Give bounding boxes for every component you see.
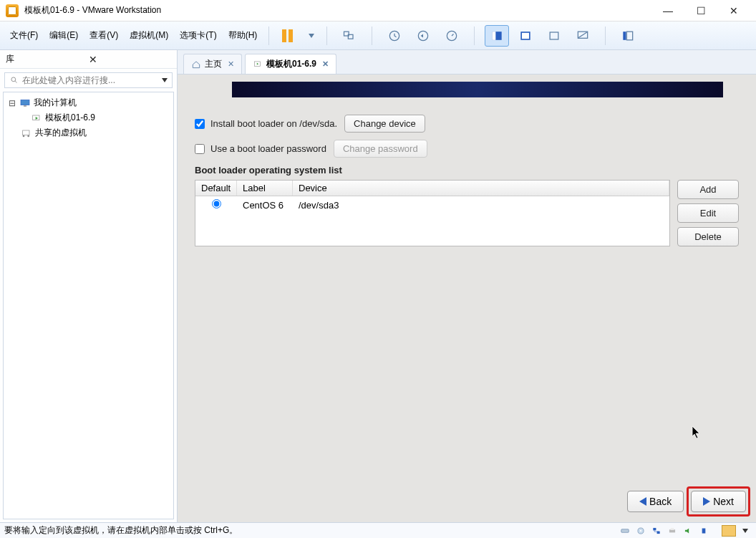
unity-icon — [547, 29, 561, 43]
col-header-label[interactable]: Label — [237, 181, 293, 196]
svg-rect-6 — [493, 32, 496, 40]
power-dropdown[interactable] — [304, 25, 316, 47]
search-input-wrap[interactable] — [4, 72, 173, 88]
fullscreen-button[interactable] — [513, 25, 538, 47]
menu-tabs[interactable]: 选项卡(T) — [174, 26, 222, 45]
back-button[interactable]: Back — [627, 491, 684, 512]
window-title: 模板机01-6.9 - VMware Workstation — [24, 4, 651, 16]
search-combo-arrow-icon[interactable] — [162, 78, 168, 82]
tree-root-label: 我的计算机 — [34, 97, 77, 109]
add-button[interactable]: Add — [677, 180, 739, 199]
minimize-button[interactable]: — — [651, 1, 684, 21]
default-os-radio[interactable] — [212, 199, 221, 208]
statusbar: 要将输入定向到该虚拟机，请在虚拟机内部单击或按 Ctrl+G。 — [0, 522, 756, 538]
vm-console[interactable]: Install boot loader on /dev/sda. Change … — [178, 75, 756, 522]
manage-snapshots-button[interactable] — [440, 25, 464, 47]
edit-button[interactable]: Edit — [677, 203, 739, 223]
svg-rect-16 — [21, 100, 29, 105]
os-list-section-label: Boot loader operating system list — [195, 165, 739, 176]
menu-edit[interactable]: 编辑(E) — [44, 26, 84, 45]
change-password-button: Change password — [334, 140, 427, 158]
next-label: Next — [713, 496, 734, 507]
col-header-default[interactable]: Default — [195, 181, 237, 196]
sidebar-close-button[interactable]: ✕ — [89, 54, 172, 65]
search-icon — [9, 75, 19, 85]
menu-vm[interactable]: 虚拟机(M) — [124, 26, 174, 45]
vm-play-icon — [253, 59, 263, 69]
console-view-button[interactable] — [571, 25, 595, 47]
use-password-checkbox[interactable] — [195, 144, 205, 154]
install-bootloader-checkbox[interactable] — [195, 119, 205, 129]
svg-rect-17 — [24, 105, 26, 106]
menu-help[interactable]: 帮助(H) — [223, 26, 263, 45]
tree-item-vm[interactable]: 模板机01-6.9 — [8, 110, 169, 125]
back-label: Back — [649, 496, 672, 507]
tab-vm-active[interactable]: 模板机01-6.9 ✕ — [245, 54, 336, 74]
message-log-button[interactable] — [722, 525, 736, 537]
search-input[interactable] — [22, 75, 159, 85]
harddisk-icon[interactable] — [619, 525, 631, 537]
tab-home[interactable]: 主页 ✕ — [183, 54, 242, 74]
computer-icon — [19, 97, 31, 109]
cdrom-icon[interactable] — [634, 525, 647, 537]
tab-label: 模板机01-6.9 — [266, 58, 316, 70]
usb-icon[interactable] — [697, 525, 710, 537]
change-device-button[interactable]: Change device — [344, 115, 425, 133]
tree-root-my-computer[interactable]: ⊟ 我的计算机 — [8, 95, 169, 110]
tab-close-button[interactable]: ✕ — [228, 59, 234, 69]
tree-item-shared-vms[interactable]: 共享的虚拟机 — [8, 125, 169, 140]
svg-point-21 — [23, 135, 25, 137]
svg-rect-28 — [653, 527, 656, 530]
prev-snapshot-button[interactable] — [411, 25, 435, 47]
svg-rect-20 — [23, 130, 29, 135]
quick-switch-button[interactable] — [485, 25, 509, 47]
close-button[interactable]: ✕ — [717, 1, 750, 21]
col-header-device[interactable]: Device — [293, 181, 669, 196]
menu-view[interactable]: 查看(V) — [84, 26, 124, 45]
sound-icon[interactable] — [682, 525, 694, 537]
next-button[interactable]: Next — [691, 491, 746, 512]
menu-file[interactable]: 文件(F) — [4, 26, 44, 45]
vm-icon — [31, 112, 42, 124]
arrow-right-icon — [703, 497, 710, 506]
clock-manage-icon — [445, 29, 459, 43]
sidebar-title: 库 — [6, 53, 89, 65]
install-bootloader-label: Install boot loader on /dev/sda. — [210, 118, 337, 129]
library-sidebar: 库 ✕ ⊟ 我的计算机 模板机01-6.9 — [0, 50, 178, 522]
toolbar-separator — [372, 27, 372, 45]
vmware-app-icon — [6, 4, 19, 17]
pause-icon — [282, 29, 293, 42]
svg-rect-13 — [627, 32, 633, 40]
printer-icon[interactable] — [666, 525, 679, 537]
network-icon[interactable] — [650, 525, 663, 537]
svg-rect-31 — [671, 527, 674, 529]
clock-back-icon — [416, 29, 430, 43]
send-ctrl-alt-del-button[interactable] — [337, 25, 362, 47]
tab-label: 主页 — [205, 58, 222, 70]
library-tree[interactable]: ⊟ 我的计算机 模板机01-6.9 共享的虚拟机 — [3, 92, 174, 519]
maximize-button[interactable]: ☐ — [684, 1, 717, 21]
snapshot-button[interactable] — [382, 25, 407, 47]
unity-button[interactable] — [542, 25, 566, 47]
toolbar-separator — [326, 27, 327, 45]
svg-rect-25 — [621, 529, 629, 532]
tray-dropdown-arrow-icon[interactable] — [739, 525, 752, 537]
svg-point-14 — [11, 77, 16, 82]
row-label: CentOS 6 — [237, 197, 293, 213]
tab-close-button[interactable]: ✕ — [322, 59, 329, 69]
svg-line-11 — [578, 32, 587, 38]
installer-header-strip — [232, 82, 723, 97]
svg-point-22 — [27, 135, 29, 137]
pause-button[interactable] — [275, 25, 299, 47]
tree-collapse-icon[interactable]: ⊟ — [8, 98, 16, 108]
status-tray — [619, 525, 752, 537]
stretch-guest-button[interactable] — [616, 25, 640, 47]
delete-button[interactable]: Delete — [677, 227, 739, 246]
svg-point-27 — [640, 529, 641, 531]
dropdown-arrow-icon — [309, 34, 314, 38]
screens-icon — [342, 29, 357, 43]
toolbar-separator — [605, 27, 606, 45]
table-row[interactable]: CentOS 6 /dev/sda3 — [195, 196, 669, 213]
mouse-cursor-icon — [692, 426, 702, 442]
tray-separator — [713, 525, 719, 537]
